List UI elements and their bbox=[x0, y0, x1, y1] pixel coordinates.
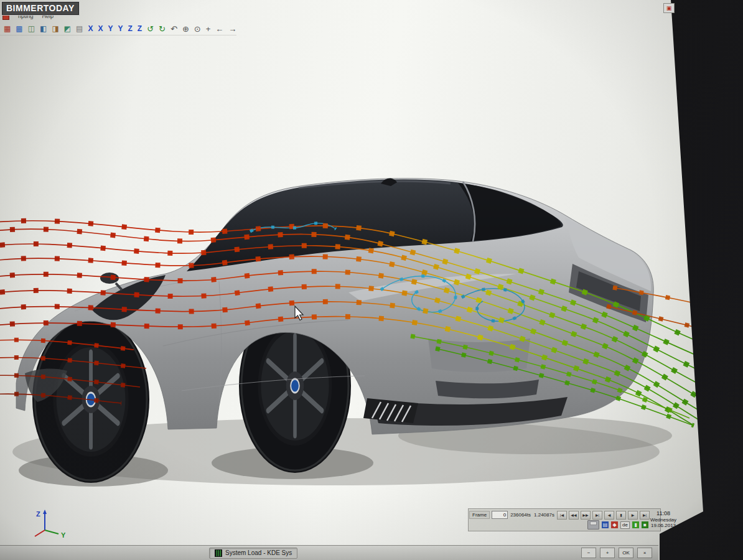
playback-step-back-button[interactable]: ◀ bbox=[604, 511, 614, 520]
screen: Z Y ripting Help ▦ ▩ ◫ ◧ ◨ ◩ ▤ X X Y bbox=[0, 0, 743, 560]
zoom-in-icon[interactable]: ⊕ bbox=[182, 25, 189, 33]
pan-icon[interactable]: + bbox=[206, 25, 211, 33]
playback-rewind-button[interactable]: ◀◀ bbox=[569, 511, 579, 520]
toolbar: ▦ ▩ ◫ ◧ ◨ ◩ ▤ X X Y Y Z Z ↺ ↻ ↶ ⊕ ⊙ + ← … bbox=[0, 22, 236, 35]
status-bar: Frame 0 236064ts 1.24087s |◀ ◀◀ ▶▶ ▶| ◀ … bbox=[468, 508, 661, 531]
sim-time-value: 1.24087s bbox=[533, 511, 555, 518]
tray-load-icon[interactable]: ▮ bbox=[632, 521, 639, 528]
taskbar-plus-button[interactable]: + bbox=[600, 548, 615, 558]
taskbar-close-button[interactable]: × bbox=[637, 548, 652, 558]
playback-forward-button[interactable]: ▶▶ bbox=[581, 511, 591, 520]
view-plus-z-button[interactable]: Z bbox=[138, 25, 142, 32]
clock-time: 11:08 bbox=[650, 510, 676, 517]
clock-day: Wednesday bbox=[650, 517, 676, 523]
playback-play-button[interactable]: ▶ bbox=[628, 511, 638, 520]
frame-input[interactable]: 0 bbox=[492, 511, 508, 519]
frame-row: Frame 0 236064ts 1.24087s |◀ ◀◀ ▶▶ ▶| ◀ … bbox=[469, 510, 650, 520]
rotate-cw-icon[interactable]: ↻ bbox=[159, 25, 166, 33]
color-legend-icon[interactable]: ▩ bbox=[16, 25, 22, 32]
tray-lang-badge[interactable]: de bbox=[620, 521, 630, 529]
playback-play-end-button[interactable]: ▶| bbox=[640, 511, 650, 520]
frame-label: Frame bbox=[469, 511, 490, 519]
playback-begin-button[interactable]: |◀ bbox=[557, 511, 567, 520]
system-load-icon bbox=[215, 549, 222, 557]
taskbar-buttons: − + OK × bbox=[581, 548, 652, 558]
next-view-arrow[interactable]: → bbox=[228, 25, 236, 33]
taskbar-item-system-load[interactable]: System Load - KDE Sys bbox=[209, 548, 297, 559]
mesh-icon[interactable]: ◫ bbox=[28, 25, 35, 32]
render-viewport[interactable]: Z Y bbox=[0, 0, 743, 560]
triad-y-label: Y bbox=[61, 531, 66, 539]
status-controls: Frame 0 236064ts 1.24087s |◀ ◀◀ ▶▶ ▶| ◀ … bbox=[469, 509, 650, 531]
system-tray: ▤ ◆ de ▮ ■ bbox=[469, 520, 650, 530]
view-minus-x-button[interactable]: X bbox=[88, 25, 93, 32]
monitor-photo: Z Y ripting Help ▦ ▩ ◫ ◧ ◨ ◩ ▤ X X Y bbox=[0, 0, 743, 560]
watermark: BIMMERTODAY bbox=[1, 1, 80, 16]
view-plus-y-button[interactable]: Y bbox=[118, 25, 123, 32]
isosurface-icon[interactable]: ◨ bbox=[52, 25, 58, 32]
prev-view-arrow[interactable]: ← bbox=[215, 25, 223, 33]
tray-network-icon[interactable]: ▤ bbox=[602, 521, 609, 528]
clip-plane-icon[interactable]: ◧ bbox=[40, 25, 47, 32]
taskbar-minus-button[interactable]: − bbox=[581, 548, 596, 558]
taskbar-ok-button[interactable]: OK bbox=[619, 548, 633, 558]
clock-block: 11:08 Wednesday 19.06.2013 bbox=[650, 509, 676, 531]
view-minus-z-button[interactable]: Z bbox=[128, 25, 132, 32]
tray-alert-icon[interactable]: ◆ bbox=[611, 521, 618, 528]
task-label: System Load - KDE Sys bbox=[225, 549, 292, 556]
view-minus-y-button[interactable]: Y bbox=[108, 25, 113, 32]
zoom-area-icon[interactable]: ⊙ bbox=[194, 25, 201, 33]
parts-icon[interactable]: ▦ bbox=[4, 25, 11, 32]
timestep-value: 236064ts bbox=[510, 511, 531, 518]
rotate-ccw-icon[interactable]: ↺ bbox=[147, 25, 154, 33]
tray-monitor-icon[interactable]: ■ bbox=[642, 521, 648, 528]
undo-view-icon[interactable]: ↶ bbox=[171, 25, 177, 33]
view-plus-x-button[interactable]: X bbox=[98, 25, 103, 32]
triad-z-label: Z bbox=[36, 510, 40, 518]
printer-icon[interactable] bbox=[587, 520, 599, 530]
desktop-icon[interactable]: ▣ bbox=[663, 3, 675, 13]
taskbar: System Load - KDE Sys − + OK × bbox=[0, 545, 658, 560]
clock-date: 19.06.2013 bbox=[650, 523, 676, 529]
playback-stop-button[interactable]: ▮ bbox=[616, 511, 626, 520]
query-icon[interactable]: ▤ bbox=[76, 25, 83, 32]
streamline-icon[interactable]: ◩ bbox=[64, 25, 71, 32]
playback-end-button[interactable]: ▶| bbox=[592, 511, 602, 520]
axis-triad: Z Y bbox=[35, 510, 66, 539]
